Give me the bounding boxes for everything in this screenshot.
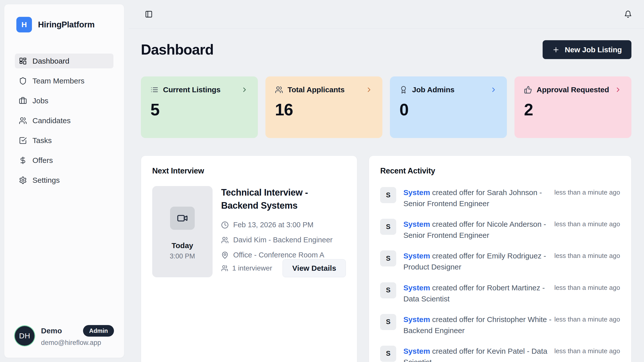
activity-list: S System created offer for Sarah Johnson… <box>380 187 620 362</box>
activity-item: S System created offer for Robert Martin… <box>380 282 620 304</box>
activity-item: S System created offer for Kevin Patel -… <box>380 346 620 362</box>
video-icon <box>177 213 188 224</box>
logo-letter: H <box>21 20 27 29</box>
sidebar-item-candidates[interactable]: Candidates <box>15 113 113 128</box>
next-interview-title: Next Interview <box>152 166 346 175</box>
chevron-right-icon <box>241 86 248 94</box>
interview-date-tile: Today 3:00 PM <box>152 186 213 277</box>
interview-candidate-row: David Kim - Backend Engineer <box>221 236 346 244</box>
page-title: Dashboard <box>141 41 214 58</box>
new-job-listing-label: New Job Listing <box>565 46 622 54</box>
role-badge: Admin <box>83 325 114 337</box>
logo-mark: H <box>16 17 32 32</box>
sidebar-toggle-button[interactable] <box>145 10 153 18</box>
user-name: Demo <box>41 327 62 335</box>
interview-candidate: David Kim - Backend Engineer <box>233 236 333 244</box>
sidebar-item-team-members[interactable]: Team Members <box>15 73 113 88</box>
stat-card[interactable]: Total Applicants 16 <box>265 76 382 138</box>
view-details-button[interactable]: View Details <box>283 259 346 277</box>
stat-label: Approval Requested <box>537 85 609 94</box>
interview-day: Today <box>172 241 193 250</box>
activity-timestamp: less than a minute ago <box>554 282 620 292</box>
activity-avatar: S <box>380 250 396 266</box>
activity-text: System created offer for Robert Martinez… <box>403 282 554 304</box>
activity-text: System created offer for Christopher Whi… <box>403 314 554 336</box>
stat-value: 16 <box>275 100 373 119</box>
users-icon <box>19 117 27 125</box>
sidebar-item-label: Settings <box>32 176 60 185</box>
check-square-icon <box>19 137 27 145</box>
interview-datetime: Feb 13, 2026 at 3:00 PM <box>233 221 313 229</box>
interview-name: Technical Interview - Backend Systems <box>221 186 346 212</box>
view-details-label: View Details <box>292 264 336 273</box>
avatar: DH <box>15 326 34 346</box>
stat-label: Total Applicants <box>288 85 345 94</box>
stat-value: 0 <box>399 100 497 119</box>
user-info: Demo Admin demo@hireflow.app <box>41 325 114 347</box>
sidebar-item-label: Candidates <box>32 116 71 125</box>
interview-location: Office - Conference Room A <box>233 251 324 259</box>
notifications-button[interactable] <box>624 10 632 18</box>
map-pin-icon <box>221 251 229 259</box>
plus-icon <box>552 46 560 54</box>
user-section[interactable]: DH Demo Admin demo@hireflow.app <box>4 325 124 358</box>
interviewer-count-label: 1 interviewer <box>232 264 272 272</box>
award-icon <box>399 86 408 94</box>
activity-timestamp: less than a minute ago <box>554 219 620 228</box>
clock-icon <box>221 221 229 229</box>
stat-card[interactable]: Current Listings 5 <box>141 76 258 138</box>
new-job-listing-button[interactable]: New Job Listing <box>543 40 631 59</box>
activity-text: System created offer for Kevin Patel - D… <box>403 346 554 362</box>
stat-card[interactable]: Approval Requested 2 <box>514 76 631 138</box>
stat-card[interactable]: Job Admins 0 <box>390 76 507 138</box>
bell-icon <box>624 10 632 18</box>
stats-row: Current Listings 5 Total Applicants 16 J… <box>141 76 631 138</box>
recent-activity-panel: Recent Activity S System created offer f… <box>369 156 631 362</box>
activity-actor-link[interactable]: System <box>403 284 430 292</box>
sidebar: H HiringPlatform Dashboard Team Members … <box>4 4 124 358</box>
activity-actor-link[interactable]: System <box>403 347 430 355</box>
app-logo: H HiringPlatform <box>4 4 124 32</box>
activity-avatar: S <box>380 219 396 235</box>
sidebar-item-settings[interactable]: Settings <box>15 173 113 188</box>
user-email: demo@hireflow.app <box>41 339 114 347</box>
activity-actor-link[interactable]: System <box>403 188 430 197</box>
activity-item: S System created offer for Emily Rodrigu… <box>380 250 620 273</box>
activity-timestamp: less than a minute ago <box>554 250 620 260</box>
sidebar-item-dashboard[interactable]: Dashboard <box>15 54 113 68</box>
sidebar-item-label: Team Members <box>32 77 85 85</box>
sidebar-nav: Dashboard Team Members Jobs Candidates T… <box>4 54 124 188</box>
gear-icon <box>19 176 27 184</box>
dollar-icon <box>19 156 27 164</box>
chevron-right-icon <box>365 86 373 94</box>
interview-time: 3:00 PM <box>170 252 195 260</box>
users-icon <box>275 86 283 94</box>
stat-value: 5 <box>150 100 248 119</box>
interview-datetime-row: Feb 13, 2026 at 3:00 PM <box>221 221 346 229</box>
users-icon <box>221 236 229 244</box>
activity-actor-link[interactable]: System <box>403 252 430 260</box>
activity-avatar: S <box>380 314 396 330</box>
dashboard-icon <box>19 57 27 65</box>
activity-text: System created offer for Emily Rodriguez… <box>403 250 554 273</box>
activity-timestamp: less than a minute ago <box>554 314 620 323</box>
activity-avatar: S <box>380 346 396 362</box>
activity-actor-link[interactable]: System <box>403 315 430 324</box>
shield-icon <box>19 77 27 85</box>
sidebar-item-label: Offers <box>32 156 53 165</box>
activity-item: S System created offer for Sarah Johnson… <box>380 187 620 209</box>
sidebar-item-label: Tasks <box>32 136 52 145</box>
activity-item: S System created offer for Nicole Anders… <box>380 219 620 241</box>
avatar-initials: DH <box>19 332 30 340</box>
thumbs-up-icon <box>524 86 532 94</box>
interview-location-row: Office - Conference Room A <box>221 251 346 259</box>
activity-text: System created offer for Sarah Johnson -… <box>403 187 554 209</box>
sidebar-item-jobs[interactable]: Jobs <box>15 93 113 108</box>
stat-label: Current Listings <box>163 85 220 94</box>
interviewer-count: 1 interviewer <box>221 264 272 272</box>
sidebar-item-tasks[interactable]: Tasks <box>15 133 113 148</box>
video-icon-tile <box>170 207 195 230</box>
activity-actor-link[interactable]: System <box>403 220 430 228</box>
next-interview-panel: Next Interview Today 3:00 PM Technical I… <box>141 156 357 362</box>
sidebar-item-offers[interactable]: Offers <box>15 153 113 168</box>
